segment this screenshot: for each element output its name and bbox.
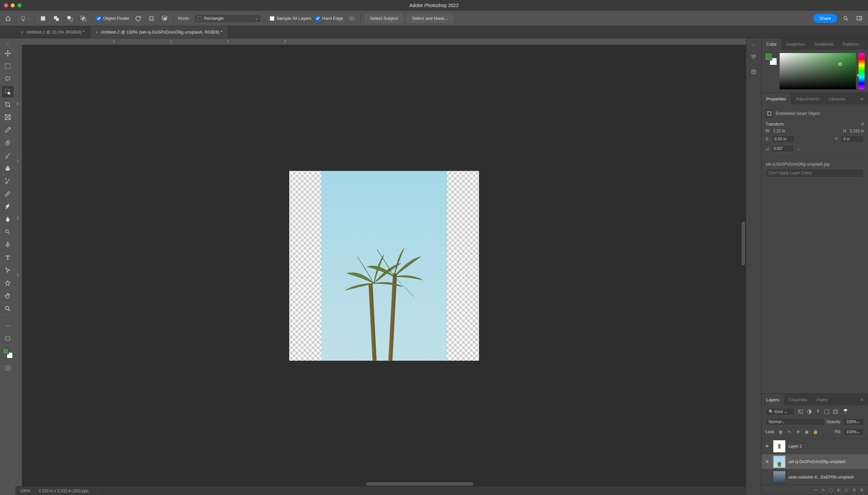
layer-fx-icon[interactable]: fx (822, 488, 825, 492)
tab-swatches[interactable]: Swatches (781, 38, 810, 50)
tab-layers[interactable]: Layers (762, 394, 784, 405)
layer-thumbnail[interactable] (773, 471, 786, 483)
color-swatches-toolbar[interactable] (3, 348, 13, 358)
document-tab-2[interactable]: × Untitled-2 @ 100% (set-sj-DoSPxDAmD8g-… (90, 26, 228, 38)
zoom-level[interactable]: 100% (20, 489, 31, 493)
visibility-toggle[interactable]: 👁 (764, 459, 770, 464)
add-mask-icon[interactable]: ◯ (829, 488, 833, 492)
frame-tool[interactable] (2, 112, 14, 123)
hue-slider[interactable] (858, 53, 865, 89)
tab-libraries[interactable]: Libraries (824, 93, 851, 104)
move-tool[interactable] (2, 48, 14, 59)
layer-name[interactable]: Layer 2 (788, 444, 802, 449)
layer-thumbnail[interactable] (773, 440, 786, 453)
hand-tool[interactable] (2, 290, 14, 302)
subtract-selection-icon[interactable] (65, 14, 74, 23)
color-indicator[interactable] (838, 63, 842, 66)
tab-adjustments[interactable]: Adjustments (791, 93, 824, 104)
layer-comp-select[interactable]: Don't Apply Layer Comp (766, 169, 864, 177)
marquee-tool[interactable] (2, 61, 14, 72)
tab-gradients[interactable]: Gradients (810, 38, 838, 50)
layer-name[interactable]: set-sj-DoSPxDAmD8g-unsplash (788, 459, 846, 464)
tab-paths[interactable]: Paths (812, 394, 832, 405)
foreground-color-chip[interactable] (3, 348, 9, 354)
add-selection-icon[interactable] (52, 14, 61, 23)
clone-stamp-tool[interactable] (2, 163, 14, 174)
3d-panel-icon[interactable] (749, 67, 759, 76)
pen-tool[interactable] (2, 239, 14, 251)
show-objects-icon[interactable] (147, 14, 156, 23)
intersect-selection-icon[interactable] (79, 14, 88, 23)
history-brush-tool[interactable] (2, 175, 14, 187)
link-layers-icon[interactable]: ⚯ (814, 488, 818, 492)
toolbar-collapse[interactable]: » (0, 40, 15, 46)
select-subject-button[interactable]: Select Subject (365, 14, 403, 23)
lock-transparent-icon[interactable]: ▦ (777, 428, 784, 435)
eraser-tool[interactable] (2, 188, 14, 200)
expand-panels[interactable]: « (746, 42, 761, 47)
screen-mode[interactable] (2, 333, 14, 344)
search-icon[interactable] (841, 14, 851, 23)
layer-filter-kind[interactable]: 🔍 Kind ⌄ (766, 408, 795, 415)
lock-image-icon[interactable]: ✎ (786, 428, 793, 435)
filter-shape-icon[interactable] (823, 408, 830, 415)
layer-thumbnail[interactable] (773, 455, 786, 468)
fg-swatch[interactable] (765, 53, 772, 61)
opacity-input[interactable]: 100%⌄ (843, 418, 864, 426)
tab-properties[interactable]: Properties (762, 93, 791, 104)
new-group-icon[interactable]: 🗀 (845, 488, 849, 492)
path-selection-tool[interactable] (2, 264, 14, 276)
close-tab-icon[interactable]: × (96, 30, 98, 35)
vertical-scrollbar[interactable] (742, 222, 745, 265)
visibility-toggle[interactable]: 👁 (764, 444, 770, 449)
blend-mode-select[interactable]: Normal⌄ (766, 418, 824, 426)
dodge-tool[interactable] (2, 226, 14, 238)
angle-dropdown-icon[interactable]: ⌄ (797, 146, 800, 151)
object-selection-tool[interactable] (2, 86, 14, 97)
fg-bg-swatches[interactable] (765, 53, 777, 65)
new-adjustment-icon[interactable]: ◐ (837, 488, 840, 492)
options-gear-icon[interactable] (160, 14, 170, 23)
filter-smartobject-icon[interactable] (832, 408, 839, 415)
crop-tool[interactable] (2, 99, 14, 110)
horizontal-ruler[interactable]: 0 1 2 3 (22, 38, 746, 45)
panel-menu-icon[interactable]: ≡ (864, 38, 868, 50)
status-chevron-icon[interactable]: 〉 (97, 488, 100, 494)
delete-layer-icon[interactable]: 🗑 (860, 488, 864, 492)
new-selection-icon[interactable] (38, 14, 48, 23)
shape-tool[interactable] (2, 277, 14, 289)
reset-transform-icon[interactable]: ↺ (861, 122, 864, 126)
canvas-viewport[interactable] (22, 45, 746, 486)
edit-toolbar[interactable]: ⋯ (2, 320, 14, 331)
fill-input[interactable]: 100%⌄ (843, 428, 864, 436)
maximize-window[interactable] (17, 3, 21, 7)
gradient-tool[interactable] (2, 201, 14, 212)
type-tool[interactable] (2, 252, 14, 263)
x-input[interactable] (772, 135, 795, 143)
layer-item[interactable]: 👁 set-sj-DoSPxDAmD8g-unsplash (762, 454, 868, 469)
close-window[interactable] (4, 3, 8, 7)
minimize-window[interactable] (11, 3, 15, 7)
tab-channels[interactable]: Channels (784, 394, 812, 405)
history-panel-icon[interactable] (749, 52, 759, 62)
lasso-tool[interactable] (2, 73, 14, 85)
vertical-ruler[interactable]: 0 1 2 3 (15, 45, 22, 486)
tab-patterns[interactable]: Patterns (838, 38, 864, 50)
select-and-mask-button[interactable]: Select and Mask... (407, 14, 453, 23)
lock-all-icon[interactable]: 🔒 (812, 428, 819, 435)
eyedropper-tool[interactable] (2, 124, 14, 136)
width-value[interactable]: 2.22 in (773, 129, 785, 133)
zoom-tool[interactable] (2, 303, 14, 314)
lock-artboard-icon[interactable]: ▣ (803, 428, 810, 435)
workspace-icon[interactable] (854, 14, 864, 23)
filter-adjustment-icon[interactable] (806, 408, 813, 415)
canvas-document[interactable] (289, 171, 479, 361)
tab-color[interactable]: Color (762, 38, 781, 50)
object-finder-checkbox[interactable]: Object Finder (97, 16, 129, 21)
filter-pixel-icon[interactable] (797, 408, 804, 415)
layer-name[interactable]: sean-oulashin-K...EeEPR8-unsplash (788, 475, 854, 480)
y-input[interactable] (841, 135, 864, 143)
close-tab-icon[interactable]: × (21, 30, 23, 35)
angle-input[interactable] (771, 145, 794, 152)
panel-menu-icon[interactable]: ≡ (856, 93, 868, 104)
